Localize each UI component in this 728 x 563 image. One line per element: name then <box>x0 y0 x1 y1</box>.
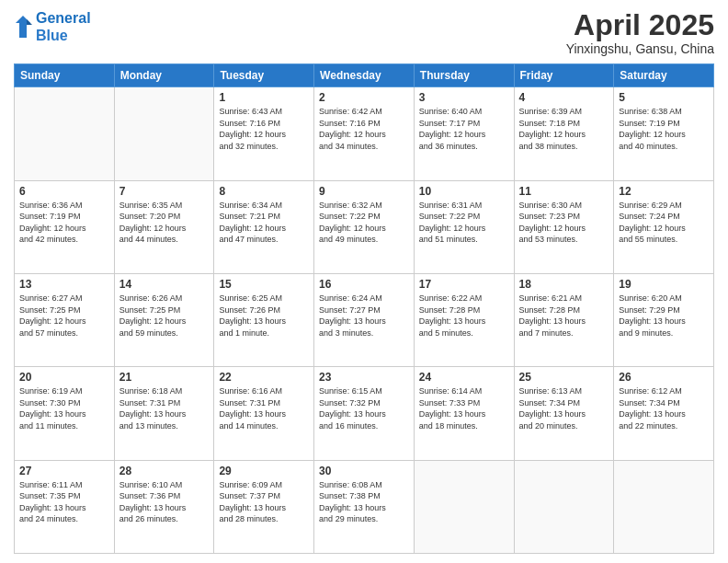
calendar-cell: 24Sunrise: 6:14 AM Sunset: 7:33 PM Dayli… <box>414 367 514 460</box>
day-number: 29 <box>219 465 309 477</box>
calendar-cell: 23Sunrise: 6:15 AM Sunset: 7:32 PM Dayli… <box>314 367 415 460</box>
day-number: 25 <box>519 371 609 384</box>
day-number: 18 <box>519 278 609 291</box>
day-info: Sunrise: 6:12 AM Sunset: 7:34 PM Dayligh… <box>619 385 709 431</box>
day-number: 27 <box>19 465 109 477</box>
day-info: Sunrise: 6:27 AM Sunset: 7:25 PM Dayligh… <box>19 293 109 339</box>
calendar-cell: 18Sunrise: 6:21 AM Sunset: 7:28 PM Dayli… <box>514 273 614 366</box>
day-info: Sunrise: 6:36 AM Sunset: 7:19 PM Dayligh… <box>19 200 109 246</box>
logo-text-general: General <box>36 9 91 27</box>
weekday-header-saturday: Saturday <box>614 64 714 87</box>
calendar-cell: 12Sunrise: 6:29 AM Sunset: 7:24 PM Dayli… <box>614 180 714 273</box>
day-info: Sunrise: 6:42 AM Sunset: 7:16 PM Dayligh… <box>319 106 409 152</box>
day-info: Sunrise: 6:32 AM Sunset: 7:22 PM Dayligh… <box>319 200 409 246</box>
calendar-cell <box>114 87 214 180</box>
day-number: 23 <box>319 371 409 384</box>
header: General Blue April 2025 Yinxingshu, Gans… <box>14 9 714 56</box>
day-info: Sunrise: 6:15 AM Sunset: 7:32 PM Dayligh… <box>319 385 409 431</box>
weekday-header-tuesday: Tuesday <box>214 64 314 87</box>
calendar-cell <box>414 460 514 553</box>
day-info: Sunrise: 6:25 AM Sunset: 7:26 PM Dayligh… <box>219 293 309 339</box>
day-number: 26 <box>619 371 709 384</box>
day-number: 20 <box>19 371 109 384</box>
calendar-cell: 26Sunrise: 6:12 AM Sunset: 7:34 PM Dayli… <box>614 367 714 460</box>
calendar-cell <box>15 87 115 180</box>
calendar-cell: 29Sunrise: 6:09 AM Sunset: 7:37 PM Dayli… <box>214 460 314 553</box>
day-number: 24 <box>419 371 509 384</box>
calendar-cell: 11Sunrise: 6:30 AM Sunset: 7:23 PM Dayli… <box>514 180 614 273</box>
calendar-cell: 25Sunrise: 6:13 AM Sunset: 7:34 PM Dayli… <box>514 367 614 460</box>
weekday-header-sunday: Sunday <box>15 64 115 87</box>
day-number: 2 <box>319 91 409 104</box>
day-info: Sunrise: 6:29 AM Sunset: 7:24 PM Dayligh… <box>619 200 709 246</box>
calendar-cell: 10Sunrise: 6:31 AM Sunset: 7:22 PM Dayli… <box>414 180 514 273</box>
day-number: 12 <box>619 185 709 198</box>
weekday-header-thursday: Thursday <box>414 64 514 87</box>
page: General Blue April 2025 Yinxingshu, Gans… <box>0 0 728 563</box>
day-info: Sunrise: 6:16 AM Sunset: 7:31 PM Dayligh… <box>219 385 309 431</box>
day-number: 13 <box>19 278 109 291</box>
calendar-cell: 28Sunrise: 6:10 AM Sunset: 7:36 PM Dayli… <box>114 460 214 553</box>
day-number: 10 <box>419 185 509 198</box>
calendar-cell: 19Sunrise: 6:20 AM Sunset: 7:29 PM Dayli… <box>614 273 714 366</box>
weekday-header-wednesday: Wednesday <box>314 64 415 87</box>
calendar-cell: 14Sunrise: 6:26 AM Sunset: 7:25 PM Dayli… <box>114 273 214 366</box>
weekday-header-row: SundayMondayTuesdayWednesdayThursdayFrid… <box>15 64 714 87</box>
day-number: 15 <box>219 278 309 291</box>
day-info: Sunrise: 6:26 AM Sunset: 7:25 PM Dayligh… <box>119 293 210 339</box>
day-info: Sunrise: 6:31 AM Sunset: 7:22 PM Dayligh… <box>419 200 509 246</box>
day-number: 7 <box>119 185 210 198</box>
week-row-4: 20Sunrise: 6:19 AM Sunset: 7:30 PM Dayli… <box>15 367 714 460</box>
day-number: 17 <box>419 278 509 291</box>
week-row-2: 6Sunrise: 6:36 AM Sunset: 7:19 PM Daylig… <box>15 180 714 273</box>
calendar-cell: 6Sunrise: 6:36 AM Sunset: 7:19 PM Daylig… <box>15 180 115 273</box>
day-number: 22 <box>219 371 309 384</box>
day-info: Sunrise: 6:13 AM Sunset: 7:34 PM Dayligh… <box>519 385 609 431</box>
day-info: Sunrise: 6:43 AM Sunset: 7:16 PM Dayligh… <box>219 106 309 152</box>
logo-icon <box>14 14 32 40</box>
day-info: Sunrise: 6:10 AM Sunset: 7:36 PM Dayligh… <box>119 479 210 525</box>
calendar-cell: 9Sunrise: 6:32 AM Sunset: 7:22 PM Daylig… <box>314 180 415 273</box>
calendar-cell: 7Sunrise: 6:35 AM Sunset: 7:20 PM Daylig… <box>114 180 214 273</box>
calendar-cell: 5Sunrise: 6:38 AM Sunset: 7:19 PM Daylig… <box>614 87 714 180</box>
calendar-cell: 4Sunrise: 6:39 AM Sunset: 7:18 PM Daylig… <box>514 87 614 180</box>
day-number: 21 <box>119 371 210 384</box>
location: Yinxingshu, Gansu, China <box>566 41 714 56</box>
calendar-cell: 27Sunrise: 6:11 AM Sunset: 7:35 PM Dayli… <box>15 460 115 553</box>
day-info: Sunrise: 6:40 AM Sunset: 7:17 PM Dayligh… <box>419 106 509 152</box>
calendar-cell: 13Sunrise: 6:27 AM Sunset: 7:25 PM Dayli… <box>15 273 115 366</box>
day-info: Sunrise: 6:34 AM Sunset: 7:21 PM Dayligh… <box>219 200 309 246</box>
day-info: Sunrise: 6:24 AM Sunset: 7:27 PM Dayligh… <box>319 293 409 339</box>
day-number: 14 <box>119 278 210 291</box>
calendar-cell <box>514 460 614 553</box>
svg-marker-1 <box>27 19 32 25</box>
day-number: 28 <box>119 465 210 477</box>
calendar-cell: 15Sunrise: 6:25 AM Sunset: 7:26 PM Dayli… <box>214 273 314 366</box>
month-title: April 2025 <box>566 9 714 41</box>
calendar-cell: 2Sunrise: 6:42 AM Sunset: 7:16 PM Daylig… <box>314 87 415 180</box>
weekday-header-friday: Friday <box>514 64 614 87</box>
weekday-header-monday: Monday <box>114 64 214 87</box>
day-info: Sunrise: 6:35 AM Sunset: 7:20 PM Dayligh… <box>119 200 210 246</box>
day-info: Sunrise: 6:08 AM Sunset: 7:38 PM Dayligh… <box>319 479 409 525</box>
day-number: 16 <box>319 278 409 291</box>
calendar-cell: 16Sunrise: 6:24 AM Sunset: 7:27 PM Dayli… <box>314 273 415 366</box>
day-info: Sunrise: 6:18 AM Sunset: 7:31 PM Dayligh… <box>119 385 210 431</box>
day-info: Sunrise: 6:20 AM Sunset: 7:29 PM Dayligh… <box>619 293 709 339</box>
calendar-cell: 8Sunrise: 6:34 AM Sunset: 7:21 PM Daylig… <box>214 180 314 273</box>
logo-text-blue: Blue <box>36 27 91 44</box>
day-info: Sunrise: 6:39 AM Sunset: 7:18 PM Dayligh… <box>519 106 609 152</box>
day-info: Sunrise: 6:30 AM Sunset: 7:23 PM Dayligh… <box>519 200 609 246</box>
week-row-5: 27Sunrise: 6:11 AM Sunset: 7:35 PM Dayli… <box>15 460 714 553</box>
day-number: 8 <box>219 185 309 198</box>
day-number: 4 <box>519 91 609 104</box>
calendar-cell: 3Sunrise: 6:40 AM Sunset: 7:17 PM Daylig… <box>414 87 514 180</box>
svg-marker-0 <box>16 16 30 38</box>
calendar-cell <box>614 460 714 553</box>
week-row-3: 13Sunrise: 6:27 AM Sunset: 7:25 PM Dayli… <box>15 273 714 366</box>
day-info: Sunrise: 6:14 AM Sunset: 7:33 PM Dayligh… <box>419 385 509 431</box>
day-number: 19 <box>619 278 709 291</box>
calendar-cell: 17Sunrise: 6:22 AM Sunset: 7:28 PM Dayli… <box>414 273 514 366</box>
day-info: Sunrise: 6:19 AM Sunset: 7:30 PM Dayligh… <box>19 385 109 431</box>
day-info: Sunrise: 6:09 AM Sunset: 7:37 PM Dayligh… <box>219 479 309 525</box>
